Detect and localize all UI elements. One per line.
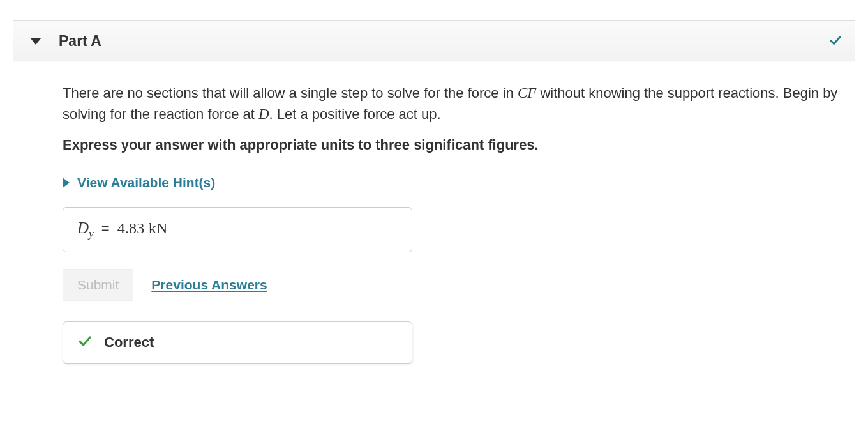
view-hints-toggle[interactable]: View Available Hint(s) (63, 175, 215, 190)
answer-instruction: Express your answer with appropriate uni… (63, 137, 851, 153)
caret-right-icon (63, 178, 70, 188)
part-title: Part A (59, 33, 828, 50)
completed-check-icon (828, 33, 842, 50)
action-row: Submit Previous Answers (63, 269, 851, 301)
answer-display: Dy = 4.83 kN (63, 207, 412, 252)
math-var-cf: CF (518, 85, 536, 101)
submit-button[interactable]: Submit (63, 269, 133, 301)
answer-symbol: Dy (77, 219, 94, 240)
assignment-container: Part A There are no sections that will a… (0, 20, 868, 383)
question-segment: There are no sections that will allow a … (63, 85, 518, 101)
question-segment: . Let a positive force act up. (269, 106, 441, 122)
question-text: There are no sections that will allow a … (63, 82, 841, 125)
math-var-d: D (258, 106, 269, 122)
feedback-box: Correct (63, 321, 412, 364)
caret-down-icon (31, 38, 41, 45)
previous-answers-link[interactable]: Previous Answers (151, 277, 267, 293)
part-header[interactable]: Part A (13, 20, 855, 62)
feedback-status: Correct (104, 334, 154, 351)
correct-check-icon (77, 334, 93, 351)
part-body: There are no sections that will allow a … (13, 62, 855, 364)
equals-sign: = (101, 220, 110, 237)
hints-label: View Available Hint(s) (77, 175, 215, 190)
answer-value: 4.83 kN (117, 220, 168, 237)
